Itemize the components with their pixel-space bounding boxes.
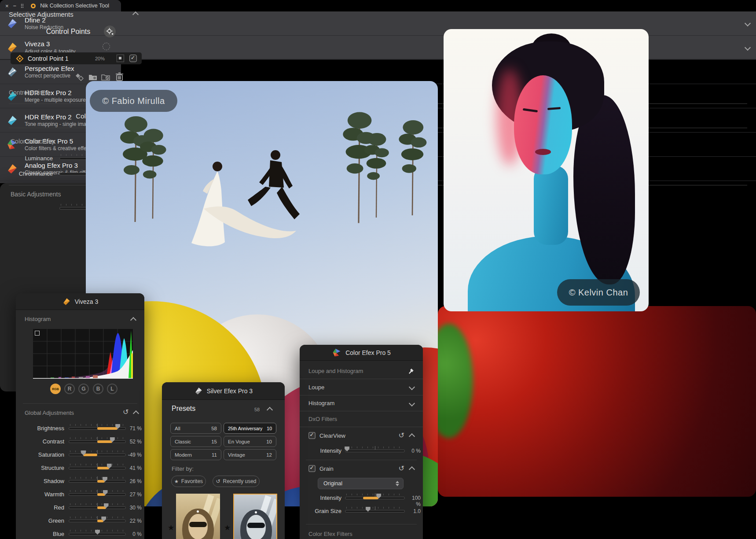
photo-credit-badge: © Kelvin Chan — [557, 279, 640, 306]
portrait-photo: © Kelvin Chan — [444, 29, 649, 311]
favorite-star-icon[interactable]: ★ — [168, 523, 174, 532]
slider-value: 27 % — [121, 491, 142, 498]
histogram-checkbox[interactable] — [35, 331, 40, 336]
structure-slider-row: Structure 41 % — [16, 463, 144, 472]
slider-label: Intensity — [300, 495, 341, 501]
control-point-list-item[interactable]: Control Point 1 20% — [11, 52, 142, 64]
global-adjustments-reset-icon[interactable]: ↺ — [123, 409, 128, 416]
ungroup-control-points-icon[interactable] — [101, 72, 110, 82]
clearview-intensity-slider[interactable] — [345, 446, 405, 455]
grain-type-dropdown[interactable]: Original — [318, 478, 404, 489]
grain-collapse-chevron-icon[interactable] — [409, 466, 415, 473]
blue-slider[interactable] — [69, 529, 126, 538]
clearview-reset-icon[interactable]: ↺ — [399, 432, 404, 439]
tool-desc: Color filters & creative effects — [25, 145, 93, 151]
duplicate-control-point-icon[interactable] — [74, 72, 84, 82]
shadow-slider-row: Shadow 26 % — [16, 476, 144, 485]
control-point-checkbox[interactable] — [129, 55, 137, 62]
slider-value: 100 % — [406, 495, 421, 507]
wedding-credit-label: © Fabio Mirulla — [102, 96, 165, 106]
delete-control-point-icon[interactable] — [115, 72, 124, 82]
close-icon[interactable]: × — [5, 3, 9, 9]
control-point-detail-title: Control Point 1 — [9, 89, 50, 96]
preset-button-modern[interactable]: Modern 11 — [170, 449, 221, 460]
structure-slider[interactable] — [69, 463, 126, 472]
basic-adjustments-label: Basic Adjustments — [11, 191, 61, 198]
expand-chevron-icon[interactable] — [745, 20, 751, 26]
minimize-icon[interactable]: − — [13, 3, 17, 9]
viveza-icon — [62, 297, 71, 306]
slider-value: 1.0 — [406, 508, 421, 514]
silver-efex-titlebar[interactable]: Silver Efex Pro 3 — [162, 382, 285, 400]
channel-button-rgb[interactable]: RGB — [50, 384, 61, 394]
histogram-row[interactable]: Histogram — [300, 395, 423, 411]
preset-button-vintage[interactable]: Vintage 12 — [224, 449, 276, 460]
preset-thumbnail-selected[interactable] — [233, 494, 277, 539]
preset-button-en-vogue[interactable]: En Vogue 10 — [224, 436, 276, 447]
clearview-checkbox[interactable] — [308, 432, 316, 439]
global-adjustments-collapse-chevron-icon[interactable] — [133, 410, 139, 417]
contrast-slider[interactable] — [69, 437, 126, 446]
show-mask-icon[interactable] — [117, 55, 124, 62]
preset-label: En Vogue — [228, 439, 250, 444]
control-point-dot — [255, 511, 257, 513]
channel-button-g[interactable]: G — [78, 384, 89, 394]
warmth-slider[interactable] — [69, 490, 126, 498]
slider-label: Green — [20, 517, 64, 524]
preset-button-classic[interactable]: Classic 15 — [170, 436, 221, 447]
expand-chevron-icon[interactable] — [745, 44, 751, 50]
slider-value: 30 % — [121, 505, 142, 511]
loupe-and-histogram-row[interactable]: Loupe and Histogram — [300, 363, 423, 379]
channel-button-l[interactable]: L — [107, 384, 117, 394]
slider-label: Brightness — [20, 425, 64, 432]
saturation-slider[interactable] — [69, 450, 126, 459]
add-control-point-button[interactable] — [104, 26, 116, 37]
slider-value: 22 % — [121, 518, 142, 524]
red-slider[interactable] — [69, 503, 126, 512]
histogram-collapse-chevron-icon[interactable] — [130, 317, 136, 323]
blue-slider-row: Blue 0 % — [16, 529, 144, 538]
loupe-expand-chevron-icon[interactable] — [409, 384, 415, 390]
slider-label: Contrast — [20, 438, 64, 445]
color-efex-titlebar[interactable]: Color Efex Pro 5 — [300, 345, 423, 361]
group-control-points-icon[interactable] — [88, 72, 98, 82]
show-selection-icon[interactable] — [103, 43, 110, 50]
selective-adjustments-title: Selective Adjustments — [9, 11, 73, 18]
preset-button-25th-anniversary[interactable]: 25th Anniversary 10 — [224, 423, 276, 434]
grain-reset-icon[interactable]: ↺ — [399, 465, 404, 472]
channel-button-r[interactable]: R — [64, 384, 75, 394]
color-efex-filters-label: Color Efex Filters — [308, 531, 352, 537]
preset-thumbnail-sepia[interactable] — [176, 494, 220, 539]
loupe-row[interactable]: Loupe — [300, 379, 423, 395]
grain-intensity-slider[interactable] — [345, 493, 405, 502]
presets-collapse-chevron-icon[interactable] — [267, 407, 273, 413]
portrait-neck — [534, 166, 568, 245]
grain-size-slider[interactable] — [345, 506, 405, 515]
selective-tool-title: Nik Collection Selective Tool — [40, 3, 109, 9]
favorites-label: Favorites — [181, 478, 203, 484]
pin-icon[interactable] — [408, 368, 414, 374]
favorites-filter-pill[interactable]: ★ Favorites — [171, 476, 206, 487]
tool-name: Analog Efex Pro 3 — [25, 162, 95, 170]
selective-tool-titlebar[interactable]: × − Nik Collection Selective Tool — [0, 0, 121, 11]
recently-used-filter-pill[interactable]: ↺ Recently used — [213, 476, 260, 487]
shadow-slider[interactable] — [69, 476, 126, 485]
slider-label: Saturation — [20, 451, 64, 458]
green-slider-row: Green 22 % — [16, 516, 144, 525]
viveza-title: Viveza 3 — [75, 298, 98, 305]
clearview-collapse-chevron-icon[interactable] — [409, 433, 415, 439]
green-slider[interactable] — [69, 516, 126, 525]
dxo-filters-label: DxO Filters — [308, 416, 337, 422]
brightness-slider[interactable] — [69, 424, 126, 432]
grain-size-row: Grain Size 1.0 — [300, 506, 423, 515]
preset-button-all[interactable]: All 58 — [170, 423, 221, 434]
drag-handle-icon[interactable] — [21, 4, 24, 8]
slider-value: 0 % — [121, 531, 142, 537]
channel-button-b[interactable]: B — [93, 384, 103, 394]
slider-value: 71 % — [121, 425, 142, 432]
viveza-titlebar[interactable]: Viveza 3 — [16, 293, 144, 310]
grain-checkbox[interactable] — [308, 465, 316, 472]
histogram-expand-chevron-icon[interactable] — [409, 400, 415, 406]
favorite-star-icon[interactable]: ★ — [224, 523, 231, 532]
silver-efex-icon — [194, 387, 203, 395]
